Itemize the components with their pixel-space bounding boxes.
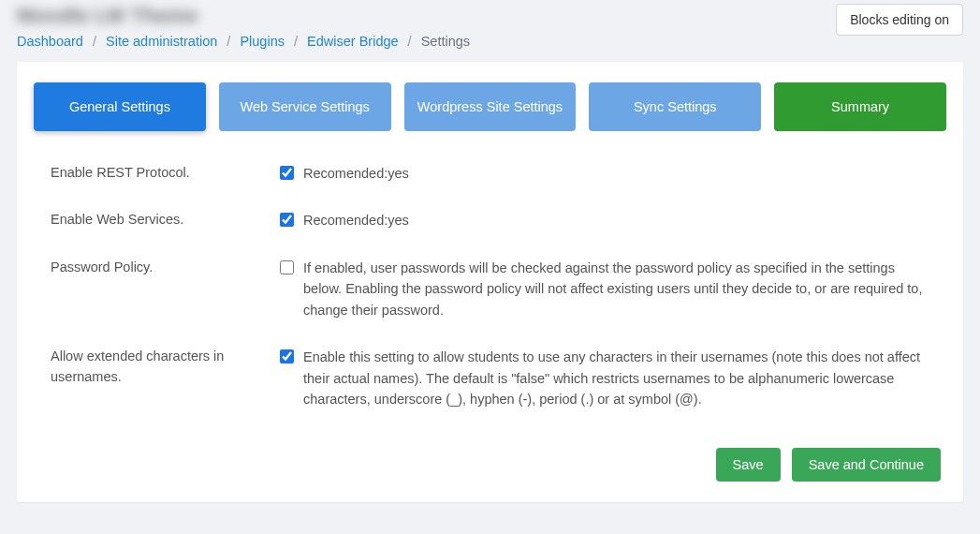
tabs-bar: General Settings Web Service Settings Wo…	[34, 82, 946, 131]
breadcrumb-site-admin[interactable]: Site administration	[106, 34, 217, 49]
setting-label: Password Policy.	[51, 258, 280, 278]
setting-row-password-policy: Password Policy. If enabled, user passwo…	[51, 258, 929, 320]
tab-web-service-settings[interactable]: Web Service Settings	[219, 82, 391, 131]
blocks-editing-button[interactable]: Blocks editing on	[836, 4, 963, 36]
setting-checkbox-extended-chars[interactable]	[280, 349, 294, 363]
settings-card: General Settings Web Service Settings Wo…	[17, 62, 963, 502]
setting-checkbox-rest[interactable]	[280, 166, 294, 180]
setting-label: Enable Web Services.	[51, 210, 280, 230]
breadcrumb-sep: /	[227, 34, 230, 49]
breadcrumb-plugins[interactable]: Plugins	[240, 34, 285, 49]
setting-checkbox-webservices[interactable]	[280, 213, 294, 227]
setting-label: Allow extended characters in usernames.	[51, 347, 280, 388]
header-area: Moodle LW Theme Blocks editing on Dashbo…	[0, 0, 980, 62]
tab-summary[interactable]: Summary	[774, 82, 946, 131]
setting-label: Enable REST Protocol.	[51, 163, 280, 184]
setting-desc: Recomended:yes	[303, 163, 409, 184]
action-buttons: Save Save and Continue	[34, 448, 946, 482]
save-continue-button[interactable]: Save and Continue	[792, 448, 941, 482]
tab-general-settings[interactable]: General Settings	[34, 82, 206, 131]
setting-row-webservices: Enable Web Services. Recomended:yes	[51, 210, 929, 230]
page-title-blurred: Moodle LW Theme	[17, 0, 963, 30]
save-button[interactable]: Save	[716, 448, 781, 482]
breadcrumb-sep: /	[93, 34, 96, 49]
setting-row-rest: Enable REST Protocol. Recomended:yes	[51, 163, 929, 184]
tab-sync-settings[interactable]: Sync Settings	[589, 82, 761, 131]
breadcrumb-sep: /	[408, 34, 412, 49]
setting-desc: If enabled, user passwords will be check…	[303, 258, 929, 320]
breadcrumb-sep: /	[294, 34, 298, 49]
setting-row-extended-chars: Allow extended characters in usernames. …	[51, 347, 929, 409]
setting-desc: Recomended:yes	[303, 210, 409, 230]
tab-wordpress-site-settings[interactable]: Wordpress Site Settings	[404, 82, 577, 131]
breadcrumb-dashboard[interactable]: Dashboard	[17, 34, 83, 49]
breadcrumb-edwiser-bridge[interactable]: Edwiser Bridge	[307, 34, 399, 49]
setting-desc: Enable this setting to allow students to…	[303, 347, 929, 409]
breadcrumb: Dashboard / Site administration / Plugin…	[17, 30, 963, 49]
breadcrumb-current: Settings	[421, 34, 470, 49]
settings-body: Enable REST Protocol. Recomended:yes Ena…	[34, 163, 946, 410]
setting-checkbox-password-policy[interactable]	[280, 260, 294, 274]
